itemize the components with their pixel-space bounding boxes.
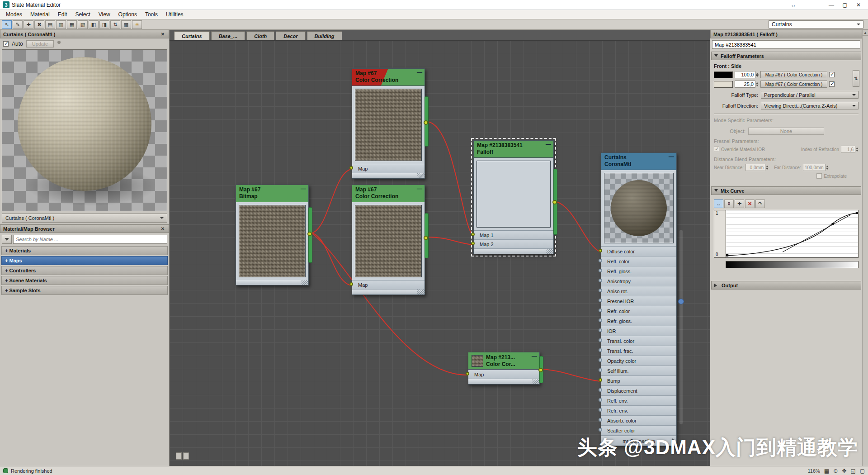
- close-button[interactable]: ✕: [852, 0, 865, 10]
- resize-grip-icon[interactable]: [532, 379, 539, 384]
- corona-slot-refl-env[interactable]: Refl. env.: [601, 396, 676, 406]
- resize-grip-icon[interactable]: [546, 249, 553, 254]
- input-socket[interactable]: [599, 348, 602, 352]
- node-falloff[interactable]: Map #2138383541 Falloff Map 1 Map 2: [473, 140, 554, 254]
- corona-slot-anisotropy[interactable]: Anisotropy: [601, 276, 676, 286]
- front-amount-field[interactable]: 100,0: [735, 71, 755, 78]
- input-socket[interactable]: [599, 289, 602, 292]
- node-color-correction-top[interactable]: Map #67 Color Correction Map: [352, 68, 425, 179]
- slot-map-1[interactable]: Map 1: [474, 231, 553, 240]
- render-map-icon[interactable]: ✳: [132, 20, 142, 29]
- corona-slot-self-illum[interactable]: Self illum.: [601, 366, 676, 376]
- input-socket[interactable]: [599, 388, 602, 392]
- add-point-icon[interactable]: ✚: [735, 200, 744, 208]
- node-scrollbar-handle[interactable]: [678, 299, 684, 304]
- side-map-button[interactable]: Map #67 ( Color Correction ): [760, 81, 827, 88]
- corona-slot-absorb-color[interactable]: Absorb. color: [601, 416, 676, 426]
- input-socket[interactable]: [349, 282, 353, 286]
- menu-modes[interactable]: Modes: [2, 10, 26, 19]
- close-icon[interactable]: ✕: [160, 32, 166, 37]
- browser-group-sample-slots[interactable]: + Sample Slots: [1, 286, 168, 295]
- resize-grip-icon[interactable]: [417, 173, 425, 178]
- slot-map-2[interactable]: Map 2: [474, 240, 553, 249]
- output-connection-dot[interactable]: [538, 368, 543, 372]
- corona-slot-refr-color[interactable]: Refr. color: [601, 306, 676, 316]
- node-minimize-icon[interactable]: [546, 141, 551, 147]
- override-ior-checkbox[interactable]: [714, 147, 719, 152]
- resize-grip-icon[interactable]: [301, 280, 308, 285]
- corona-slot-refr-gloss[interactable]: Refr. gloss.: [601, 316, 676, 326]
- preview-toggle-icon[interactable]: ◧: [89, 20, 99, 29]
- preview-material-dropdown[interactable]: Curtains ( CoronaMtl ): [2, 214, 167, 223]
- output-connection-dot[interactable]: [552, 200, 557, 204]
- parameters-header[interactable]: Map #2138383541 ( Falloff ): [710, 30, 862, 38]
- spinner-arrows-icon[interactable]: [766, 164, 769, 171]
- corona-slot-displacement[interactable]: Displacement: [601, 386, 676, 396]
- move-children-icon[interactable]: ▤: [45, 20, 55, 29]
- filter-icon[interactable]: [2, 235, 12, 244]
- map-name-input[interactable]: [712, 40, 860, 49]
- connect-tool-icon[interactable]: ✎: [13, 20, 23, 29]
- input-socket[interactable]: [599, 299, 602, 302]
- grid-toggle-icon[interactable]: ▦: [824, 468, 829, 474]
- node-header[interactable]: Map #67 Color Correction: [352, 69, 425, 86]
- input-socket[interactable]: [599, 338, 602, 342]
- pan-tool-icon[interactable]: ✥: [842, 468, 846, 474]
- zoom-region-icon[interactable]: ◱: [850, 468, 855, 474]
- scale-point-icon[interactable]: ⇕: [724, 200, 734, 208]
- corona-slot-refl-gloss[interactable]: Refl. gloss.: [601, 266, 676, 276]
- output-connection-dot[interactable]: [424, 236, 428, 240]
- input-socket[interactable]: [599, 269, 602, 272]
- browser-group-materials[interactable]: + Materials: [1, 246, 168, 255]
- browser-group-scene-materials[interactable]: + Scene Materials: [1, 276, 168, 285]
- browser-group-controllers[interactable]: + Controllers: [1, 266, 168, 275]
- input-socket[interactable]: [471, 233, 475, 236]
- sort-nodes-icon[interactable]: ⇅: [110, 20, 120, 29]
- menu-tools[interactable]: Tools: [141, 10, 162, 19]
- falloff-direction-dropdown[interactable]: Viewing Directi...(Camera Z-Axis): [761, 102, 859, 109]
- input-socket[interactable]: [599, 358, 602, 362]
- minimize-button[interactable]: —: [825, 0, 838, 10]
- tab-building[interactable]: Building: [307, 31, 342, 40]
- delete-point-icon[interactable]: ✕: [745, 200, 755, 208]
- grid-snap-icon[interactable]: ▩: [121, 20, 131, 29]
- input-socket[interactable]: [599, 398, 602, 402]
- node-header[interactable]: Curtains CoronaMtl: [601, 153, 676, 170]
- output-socket[interactable]: [425, 96, 429, 147]
- node-color-correction-bump[interactable]: Map #213... Color Cor... Map: [468, 352, 540, 385]
- input-socket[interactable]: [599, 309, 602, 312]
- auto-update-checkbox[interactable]: [3, 41, 9, 47]
- output-socket[interactable]: [425, 213, 429, 258]
- output-connection-dot[interactable]: [424, 120, 428, 125]
- near-distance-field[interactable]: 0,0mm: [745, 164, 765, 171]
- node-header[interactable]: Map #2138383541 Falloff: [474, 141, 553, 158]
- input-socket[interactable]: [599, 279, 602, 282]
- spinner-arrows-icon[interactable]: [856, 146, 859, 153]
- move-point-icon[interactable]: ⇔: [714, 200, 723, 208]
- node-bitmap[interactable]: Map #67 Bitmap: [236, 185, 309, 285]
- rollout-falloff-parameters[interactable]: Falloff Parameters: [711, 52, 861, 60]
- rollout-mix-curve[interactable]: Mix Curve: [711, 186, 861, 195]
- resize-grip-icon[interactable]: [417, 290, 425, 294]
- corona-slot-aniso-rot[interactable]: Aniso rot.: [601, 286, 676, 296]
- corona-slot-bump[interactable]: Bump: [601, 376, 676, 386]
- side-color-swatch[interactable]: [714, 81, 733, 88]
- input-socket[interactable]: [599, 368, 602, 372]
- tab-curtains[interactable]: Curtains: [174, 31, 210, 40]
- curve-plot[interactable]: [726, 210, 859, 258]
- input-socket[interactable]: [599, 428, 602, 432]
- layout-all-icon[interactable]: ▦: [67, 20, 77, 29]
- dock-toggle-icon[interactable]: ↔: [787, 0, 800, 10]
- extrapolate-checkbox[interactable]: [816, 173, 822, 179]
- rollout-output[interactable]: Output: [711, 281, 861, 290]
- spinner-arrows-icon[interactable]: [756, 81, 759, 88]
- corona-slot-transl-frac[interactable]: Transl. frac.: [601, 346, 676, 356]
- tab-base[interactable]: Base_...: [211, 31, 245, 40]
- front-map-enable-checkbox[interactable]: [829, 72, 835, 77]
- far-distance-field[interactable]: 100,0mm: [803, 164, 826, 171]
- maximize-button[interactable]: ▢: [838, 0, 852, 10]
- corona-slot-transl-color[interactable]: Transl. color: [601, 336, 676, 346]
- search-input[interactable]: [13, 235, 167, 244]
- zoom-tool-icon[interactable]: ⊙: [833, 468, 838, 474]
- slot-map[interactable]: Map: [468, 370, 539, 379]
